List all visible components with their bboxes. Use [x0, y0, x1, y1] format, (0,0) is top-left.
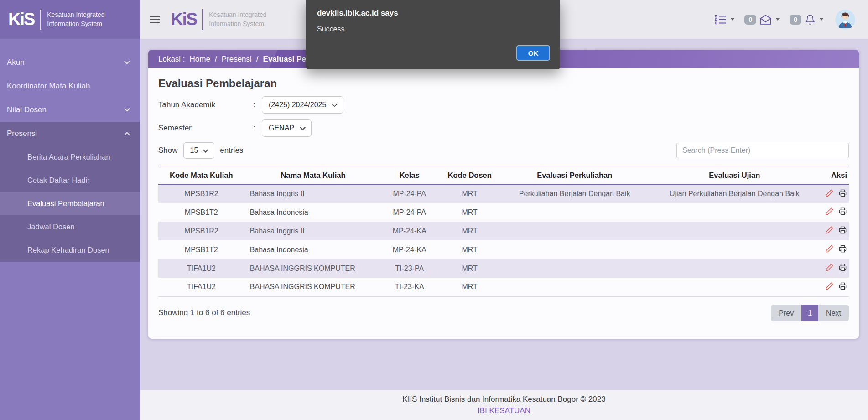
table-row: TIFA1U2 BAHASA INGGRIS KOMPUTER TI-23-PA… [158, 259, 849, 278]
sidebar-item-koordinator-mata-kuliah[interactable]: Koordinator Mata Kuliah [0, 74, 140, 98]
semester-filter: Semester : GENAP [158, 119, 849, 137]
semester-select[interactable]: GENAP [262, 119, 312, 137]
breadcrumb-home-link[interactable]: Home [190, 55, 210, 64]
edit-icon[interactable] [825, 263, 834, 274]
show-entries-value: 15 [190, 146, 198, 155]
kis-logo: KiS [171, 10, 197, 29]
notifications-dropdown[interactable]: 0 [790, 14, 823, 26]
caret-down-icon [820, 18, 823, 21]
chevron-down-icon [124, 106, 130, 112]
caret-down-icon [776, 18, 780, 21]
column-header-kode-mata-kuliah[interactable]: Kode Mata Kuliah [158, 166, 244, 184]
table-row: TIFA1U2 BAHASA INGGRIS KOMPUTER TI-23-KA… [158, 278, 849, 296]
messages-badge: 0 [744, 15, 756, 25]
sidebar-group-presensi: Presensi Berita Acara Perkuliahan Cetak … [0, 122, 140, 262]
edit-icon[interactable] [825, 282, 834, 292]
tahun-akademik-label: Tahun Akademik [158, 100, 253, 109]
sidebar-item-berita-acara-perkuliahan[interactable]: Berita Acara Perkuliahan [0, 145, 140, 169]
chevron-up-icon [124, 132, 130, 138]
evaluasi-table: Kode Mata Kuliah Nama Mata Kuliah Kelas … [158, 166, 849, 297]
breadcrumb-presensi-link[interactable]: Presensi [222, 55, 252, 64]
next-page-button[interactable]: Next [818, 305, 849, 321]
chevron-down-icon [124, 58, 130, 64]
edit-icon[interactable] [825, 189, 834, 199]
table-row: MPSB1R2 Bahasa Inggris II MP-24-KA MRT [158, 222, 849, 240]
print-icon[interactable] [838, 282, 847, 292]
pagination: Prev 1 Next [771, 305, 849, 321]
prev-page-button[interactable]: Prev [771, 305, 801, 321]
print-icon[interactable] [838, 263, 847, 274]
topbar-brand: KiS Kesatuan Integrated Information Syst… [171, 9, 266, 30]
dialog-title: devkiis.ibik.ac.id says [317, 9, 551, 18]
tahun-akademik-filter: Tahun Akademik : (2425) 2024/2025 [158, 96, 849, 114]
breadcrumb-separator: / [215, 55, 217, 64]
column-header-nama-mata-kuliah[interactable]: Nama Mata Kuliah [244, 166, 382, 184]
envelope-icon [759, 14, 772, 25]
ibi-kesatuan-link[interactable]: IBI KESATUAN [478, 406, 530, 415]
content-card: Lokasi : Home / Presensi / Evaluasi Pemb… [148, 50, 859, 339]
tahun-akademik-value: (2425) 2024/2025 [269, 101, 326, 109]
print-icon[interactable] [838, 189, 847, 199]
sidebar-item-akun[interactable]: Akun [0, 51, 140, 74]
sidebar-item-rekap-kehadiran-dosen[interactable]: Rekap Kehadiran Dosen [0, 239, 140, 262]
table-row: MPSB1T2 Bahasa Indonesia MP-24-KA MRT [158, 240, 849, 259]
page-footer: KIIS Institut Bisnis dan Informatika Kes… [140, 390, 868, 420]
table-footer: Showing 1 to 6 of 6 entries Prev 1 Next [158, 305, 849, 321]
show-label: Show [158, 146, 178, 155]
notifications-badge: 0 [790, 15, 801, 25]
column-header-kode-dosen[interactable]: Kode Dosen [437, 166, 502, 184]
chevron-down-icon [332, 101, 338, 107]
semester-label: Semester [158, 124, 253, 133]
chevron-down-icon [300, 124, 306, 130]
user-avatar-image [835, 10, 855, 30]
brand-divider [202, 9, 203, 30]
print-icon[interactable] [838, 226, 847, 236]
sidebar-item-jadwal-dosen[interactable]: Jadwal Dosen [0, 215, 140, 239]
sidebar-item-presensi[interactable]: Presensi [0, 122, 140, 145]
card-body: Evaluasi Pembelajaran Tahun Akademik : (… [148, 77, 859, 321]
search-input[interactable] [676, 143, 849, 158]
sidebar-nav: Akun Koordinator Mata Kuliah Nilai Dosen… [0, 39, 140, 262]
tahun-akademik-select[interactable]: (2425) 2024/2025 [262, 96, 343, 114]
sidebar-item-nilai-dosen[interactable]: Nilai Dosen [0, 98, 140, 122]
page-1-button[interactable]: 1 [801, 305, 818, 321]
showing-entries-text: Showing 1 to 6 of 6 entries [158, 308, 250, 317]
brand-title: Kesatuan Integrated Information System [209, 10, 266, 28]
table-row: MPSB1T2 Bahasa Indonesia MP-24-PA MRT [158, 203, 849, 222]
sidebar: KiS Kesatuan Integrated Information Syst… [0, 0, 140, 420]
breadcrumb-label: Lokasi : [158, 55, 185, 64]
sidebar-brand: KiS Kesatuan Integrated Information Syst… [0, 0, 140, 39]
copyright-text: KIIS Institut Bisnis dan Informatika Kes… [402, 395, 605, 404]
edit-icon[interactable] [825, 244, 834, 255]
content-area: Lokasi : Home / Presensi / Evaluasi Pemb… [140, 39, 868, 390]
print-icon[interactable] [838, 207, 847, 218]
show-entries-select[interactable]: 15 [183, 142, 215, 159]
task-list-icon [715, 15, 727, 25]
column-header-evaluasi-perkuliahan[interactable]: Evaluasi Perkuliahan [502, 166, 647, 184]
sidebar-item-cetak-daftar-hadir[interactable]: Cetak Daftar Hadir [0, 169, 140, 192]
avatar[interactable] [835, 10, 855, 30]
edit-icon[interactable] [825, 207, 834, 218]
tasks-dropdown[interactable] [715, 15, 734, 25]
hamburger-menu-icon[interactable] [150, 15, 160, 25]
edit-icon[interactable] [825, 226, 834, 236]
semester-value: GENAP [269, 124, 294, 132]
column-header-evaluasi-ujian[interactable]: Evaluasi Ujian [647, 166, 822, 184]
sidebar-item-evaluasi-pembelajaran[interactable]: Evaluasi Pembelajaran [0, 192, 140, 215]
brand-divider [40, 10, 41, 30]
entries-label: entries [220, 146, 243, 155]
browser-alert-dialog: devkiis.ibik.ac.id says Success OK [306, 0, 560, 69]
chevron-down-icon [203, 147, 208, 153]
page-title: Evaluasi Pembelajaran [158, 77, 849, 90]
breadcrumb-separator: / [256, 55, 259, 64]
messages-dropdown[interactable]: 0 [744, 14, 780, 25]
topbar-actions: 0 0 [709, 10, 855, 30]
caret-down-icon [731, 18, 734, 21]
column-header-aksi[interactable]: Aksi [822, 166, 849, 184]
kis-logo: KiS [8, 10, 34, 29]
print-icon[interactable] [838, 244, 847, 255]
table-row: MPSB1R2 Bahasa Inggris II MP-24-PA MRT P… [158, 184, 849, 203]
ok-button[interactable]: OK [516, 45, 550, 61]
dialog-message: Success [317, 25, 551, 33]
column-header-kelas[interactable]: Kelas [382, 166, 437, 184]
